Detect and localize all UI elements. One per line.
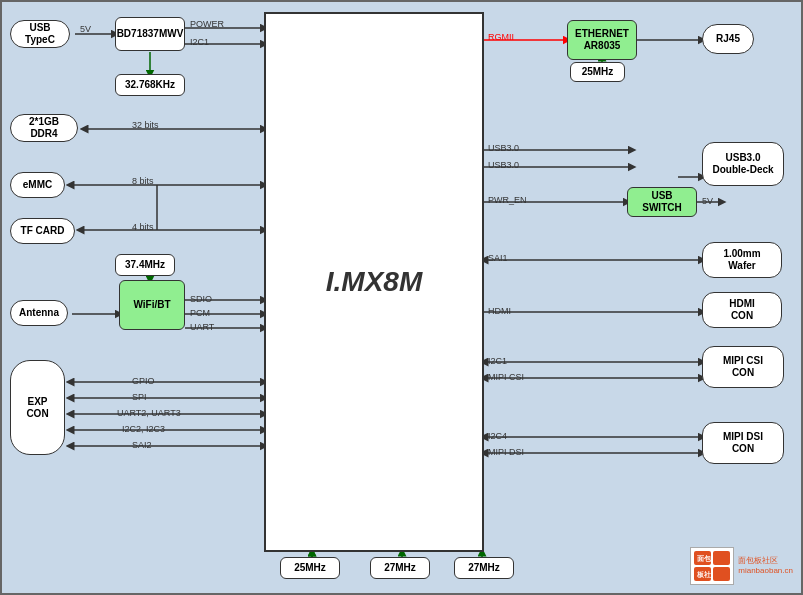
usb30-double-box: USB3.0Double-Deck [702,142,784,186]
rgmii-label: RGMII [488,32,514,42]
emmc-box: eMMC [10,172,65,198]
mipi-dsi-con-box: MIPI DSICON [702,422,784,464]
25mhz-eth-box: 25MHz [570,62,625,82]
rj45-box: RJ45 [702,24,754,54]
sdio-label: SDIO [190,294,212,304]
ddr4-box: 2*1GBDDR4 [10,114,78,142]
logo-icon: 面包 板社 [690,547,734,585]
8bits-label: 8 bits [132,176,154,186]
mipi-dsi-label: MIPI DSI [488,447,524,457]
gpio-label: GPIO [132,376,155,386]
374mhz-box: 37.4MHz [115,254,175,276]
main-chip: I.MX8M [264,12,484,552]
uart23-label: UART2, UART3 [117,408,181,418]
logo-text: 面包板社区 mianbaoban.cn [738,556,793,577]
sai2-label: SAI2 [132,440,152,450]
27mhz-bottom2-box: 27MHz [454,557,514,579]
4bits-label: 4 bits [132,222,154,232]
spi-label: SPI [132,392,147,402]
mipi-csi-label: MIPI CSI [488,372,524,382]
25mhz-bottom-box: 25MHz [280,557,340,579]
svg-text:面包: 面包 [697,555,712,562]
sai1-label: SAI1 [488,253,508,263]
svg-rect-38 [713,551,730,565]
wafer-box: 1.00mmWafer [702,242,782,278]
svg-rect-40 [713,567,730,581]
wifibt-box: WiFi/BT [119,280,185,330]
i2c1-top-label: I2C1 [190,37,209,47]
exp-con-box: EXPCON [10,360,65,455]
32khz-box: 32.768KHz [115,74,185,96]
5v-label: 5V [80,24,91,34]
ethernet-box: ETHERNETAR8035 [567,20,637,60]
i2c4-label: I2C4 [488,431,507,441]
hdmi-label: HDMI [488,306,511,316]
pwr-en-label: PWR_EN [488,195,527,205]
pcm-label: PCM [190,308,210,318]
usb30-2-label: USB3.0 [488,160,519,170]
svg-text:板社: 板社 [696,570,712,578]
bd71837-box: BD71837MWV [115,17,185,51]
5v-switch-label: 5V [702,196,713,206]
hdmi-con-box: HDMICON [702,292,782,328]
27mhz-bottom1-box: 27MHz [370,557,430,579]
usb-switch-box: USBSWITCH [627,187,697,217]
antenna-box: Antenna [10,300,68,326]
i2c23-label: I2C2, I2C3 [122,424,165,434]
power-label: POWER [190,19,224,29]
uart-wifi-label: UART [190,322,214,332]
i2c1-mipi-label: I2C1 [488,356,507,366]
usb-typec-box: USBTypeC [10,20,70,48]
mipi-csi-con-box: MIPI CSICON [702,346,784,388]
32bits-label: 32 bits [132,120,159,130]
board-diagram: I.MX8M USBTypeC 5V BD71837MWV POWER I2C1… [0,0,803,595]
tf-card-box: TF CARD [10,218,75,244]
logo-area: 面包 板社 面包板社区 mianbaoban.cn [690,547,793,585]
usb30-1-label: USB3.0 [488,143,519,153]
